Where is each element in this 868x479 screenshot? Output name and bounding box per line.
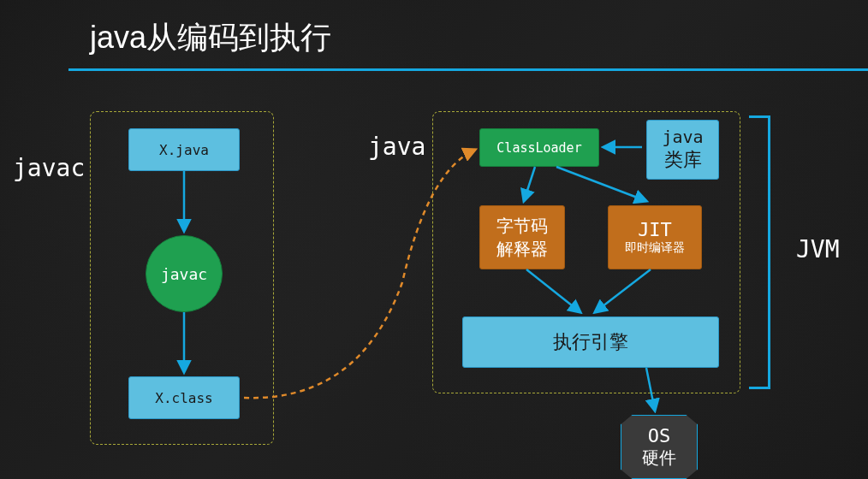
interpreter-line2: 解释器	[496, 238, 548, 261]
source-file-label: X.java	[159, 142, 209, 158]
os-line1: OS	[648, 425, 671, 446]
execution-engine-label: 执行引擎	[553, 329, 628, 355]
javac-compiler-label: javac	[161, 265, 207, 283]
jvm-bracket	[749, 115, 770, 389]
jvm-label: JVM	[796, 235, 840, 263]
javac-compiler-circle: javac	[146, 235, 223, 312]
class-file-box: X.class	[128, 376, 240, 419]
jit-line1: JIT	[638, 219, 672, 240]
java-library-line2: 类库	[664, 147, 702, 173]
java-group-label: java	[368, 133, 425, 161]
javac-group-label: javac	[13, 154, 85, 182]
jit-line2: 即时编译器	[625, 240, 685, 256]
java-library-box: java 类库	[646, 120, 719, 180]
java-library-line1: java	[662, 127, 703, 147]
os-line2: 硬件	[642, 446, 676, 470]
title-underline	[68, 68, 868, 71]
class-file-label: X.class	[155, 390, 212, 406]
execution-engine-box: 执行引擎	[462, 316, 719, 368]
page-title: java从编码到执行	[90, 17, 331, 59]
source-file-box: X.java	[128, 128, 240, 171]
interpreter-line1: 字节码	[496, 215, 548, 238]
jit-box: JIT 即时编译器	[608, 205, 702, 269]
classloader-label: ClassLoader	[496, 140, 581, 156]
interpreter-box: 字节码 解释器	[479, 205, 565, 269]
classloader-box: ClassLoader	[479, 128, 599, 167]
os-hardware-box: OS 硬件	[621, 415, 698, 479]
